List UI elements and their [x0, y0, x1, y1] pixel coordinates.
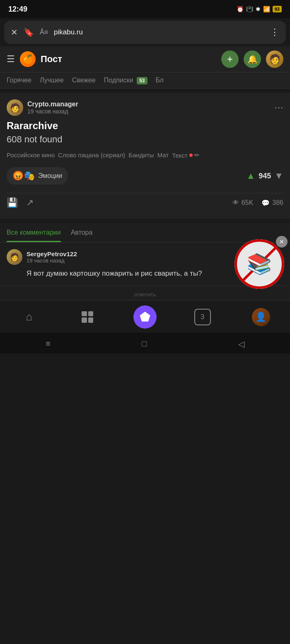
bottom-nav: ⌂ ⬟ 3 👤 [0, 300, 290, 333]
post-tags: Российское кино Слово пацана (сериал) Ба… [7, 151, 283, 159]
emotions-button[interactable]: 😡🎭 Эмоции [7, 167, 68, 185]
edit-dot [189, 154, 193, 157]
system-nav: ≡ □ ◁ [0, 333, 290, 353]
vote-count: 945 [259, 172, 271, 180]
share-button[interactable]: ↗ [26, 197, 34, 208]
bell-icon: 🔔 [247, 54, 258, 64]
bookmark-icon: 🔖 [24, 27, 34, 37]
post-author-avatar[interactable]: 🧑 [7, 99, 23, 116]
tab-author-comments[interactable]: Автора [71, 223, 93, 242]
battery-badge: 93 [273, 6, 282, 12]
close-tab-icon[interactable]: ✕ [11, 27, 18, 37]
system-back-icon[interactable]: ◁ [238, 339, 244, 349]
center-icon: ⬟ [140, 310, 150, 324]
hamburger-menu-icon[interactable]: ☰ [7, 55, 15, 64]
post-author-name[interactable]: Crypto.manager [27, 101, 270, 108]
apps-nav-item[interactable] [75, 307, 100, 327]
home-icon: ⌂ [26, 310, 33, 323]
edit-icon: ✏ [194, 151, 200, 159]
tab-subscriptions[interactable]: Подписки 53 [104, 77, 147, 88]
vote-up-icon[interactable]: ▲ [246, 171, 255, 181]
user-avatar[interactable]: 🧑 [266, 50, 283, 68]
home-nav-item[interactable]: ⌂ [17, 307, 41, 327]
post-author-time: 19 часов назад [27, 108, 270, 115]
app-header: ☰ 🍊 Пост + 🔔 🧑 [0, 46, 290, 72]
center-action-button[interactable]: ⬟ [133, 305, 157, 329]
tabs-nav-item[interactable]: 3 [190, 307, 215, 327]
vibrate-icon: 📳 [246, 6, 253, 12]
reply-hint: ответить [7, 291, 283, 298]
system-home-icon[interactable]: □ [142, 339, 147, 348]
status-time: 12:49 [8, 5, 27, 14]
share-icon: ↗ [26, 197, 34, 208]
post-options-icon[interactable]: ⋯ [274, 102, 283, 113]
comment-time: 19 часов назад [27, 257, 77, 264]
notifications-button[interactable]: 🔔 [244, 50, 261, 68]
ad-close-button[interactable]: ✕ [276, 236, 288, 248]
comment-author-name[interactable]: SergeyPetrov122 [27, 250, 77, 257]
tag-0[interactable]: Российское кино [7, 151, 55, 159]
post-author-row: 🧑 Crypto.manager 19 часов назад ⋯ [7, 99, 283, 116]
url-bar[interactable]: pikabu.ru [54, 28, 264, 36]
reader-mode-icon[interactable]: Ā≡ [40, 29, 48, 36]
browser-menu-icon[interactable]: ⋮ [270, 27, 279, 38]
tabs-count: 3 [201, 313, 204, 321]
nav-tabs: Горячее Лучшее Свежее Подписки 53 Бл [0, 72, 290, 89]
post-author-info: Crypto.manager 19 часов назад [27, 101, 270, 115]
url-text: pikabu.ru [54, 28, 83, 36]
tab-hot[interactable]: Горячее [7, 77, 31, 88]
profile-avatar: 👤 [252, 308, 270, 326]
signal-icon: 📶 [263, 6, 270, 12]
comments-icon: 💬 [261, 199, 270, 207]
plus-icon: + [227, 53, 233, 65]
ad-circle: 📚 [234, 239, 284, 289]
vote-area: ▲ 945 ▼ [246, 171, 283, 181]
tab-fresh[interactable]: Свежее [72, 77, 96, 88]
tag-2[interactable]: Бандиты [128, 151, 154, 159]
tab-best[interactable]: Лучшее [40, 77, 64, 88]
comment-item: 🧑 SergeyPetrov122 19 часов назад Я вот д… [0, 243, 290, 286]
tab-all-comments[interactable]: Все комментарии [7, 223, 61, 242]
post-subtitle: 608 not found [7, 134, 283, 145]
logo-emoji: 🍊 [23, 54, 33, 64]
post-title: Rararchive [7, 120, 283, 132]
ad-container: ✕ 📚 [234, 239, 284, 289]
apps-icon [82, 311, 93, 323]
alarm-icon: ⏰ [237, 6, 244, 12]
browser-bar: ✕ 🔖 Ā≡ pikabu.ru ⋮ [4, 21, 286, 44]
emotions-emoji: 😡🎭 [12, 171, 35, 181]
system-menu-icon[interactable]: ≡ [46, 339, 51, 348]
post-meta: 💾 ↗ 👁 65K 💬 386 [7, 193, 283, 212]
status-icons: ⏰ 📳 ✱ 📶 93 [237, 6, 282, 12]
tag-3[interactable]: Мат [157, 151, 169, 159]
tab-bl[interactable]: Бл [156, 77, 164, 88]
emotions-row: 😡🎭 Эмоции ▲ 945 ▼ [7, 164, 283, 188]
comments-count[interactable]: 💬 386 [261, 199, 283, 207]
ad-overlay: ✕ 📚 [234, 239, 284, 289]
post-card: 🧑 Crypto.manager 19 часов назад ⋯ Rararc… [0, 93, 290, 219]
subscriptions-badge: 53 [137, 77, 147, 84]
ad-content-emoji: 📚 [247, 252, 272, 276]
save-button[interactable]: 💾 [7, 197, 18, 208]
app-title: Пост [41, 54, 216, 65]
comment-avatar[interactable]: 🧑 [7, 249, 22, 265]
emotions-label: Эмоции [38, 172, 62, 180]
app-logo: 🍊 [20, 51, 36, 67]
vote-down-icon[interactable]: ▼ [274, 171, 283, 181]
comments-section: Все комментарии Автора 🧑 SergeyPetrov122… [0, 223, 290, 300]
status-bar: 12:49 ⏰ 📳 ✱ 📶 93 [0, 0, 290, 18]
eye-icon: 👁 [232, 199, 239, 207]
create-post-button[interactable]: + [221, 50, 239, 68]
tabs-icon: 3 [194, 309, 211, 325]
save-icon: 💾 [7, 197, 18, 208]
tag-1[interactable]: Слово пацана (сериал) [58, 151, 125, 159]
views-count: 👁 65K [232, 199, 253, 207]
bluetooth-icon: ✱ [256, 6, 261, 12]
profile-nav-item[interactable]: 👤 [249, 307, 273, 327]
tag-4[interactable]: Текст ✏ [172, 151, 200, 159]
